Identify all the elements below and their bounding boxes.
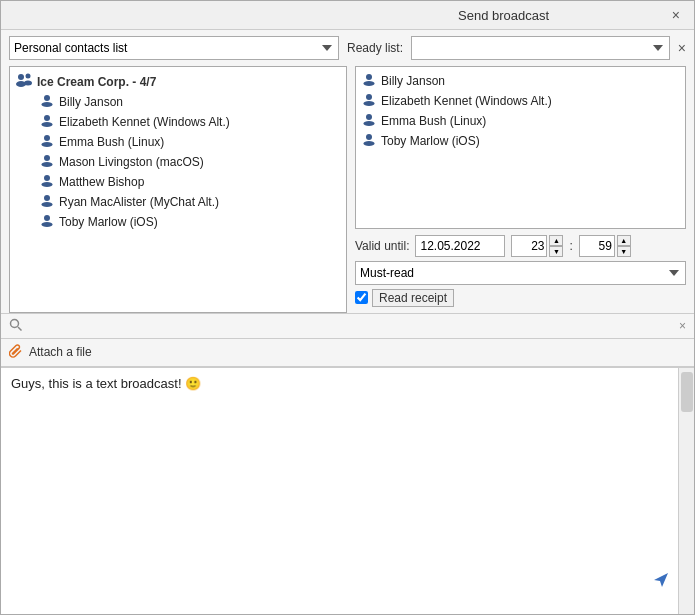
- contacts-dropdown[interactable]: Personal contacts list: [9, 36, 339, 60]
- svg-point-10: [44, 155, 50, 161]
- group-icon: [16, 73, 32, 90]
- user-icon: [40, 114, 54, 130]
- list-item[interactable]: Ryan MacAlister (MyChat Alt.): [10, 192, 346, 212]
- scrollbar[interactable]: [678, 368, 694, 615]
- svg-point-16: [44, 215, 50, 221]
- user-icon: [362, 93, 376, 109]
- user-icon: [40, 194, 54, 210]
- contact-list-panel: Ice Cream Corp. - 4/7 Billy Janson Eliza…: [9, 66, 347, 313]
- valid-until-label: Valid until:: [355, 239, 409, 253]
- message-area: Guys, this is a text broadcast! 🙂: [1, 367, 694, 615]
- minute-down-button[interactable]: ▼: [617, 246, 631, 257]
- user-icon: [40, 94, 54, 110]
- ready-contact-name: Elizabeth Kennet (Windows Alt.): [381, 94, 552, 108]
- send-button[interactable]: [652, 571, 670, 594]
- right-panel: Billy Janson Elizabeth Kennet (Windows A…: [355, 66, 686, 313]
- date-input[interactable]: [415, 235, 505, 257]
- svg-line-27: [18, 327, 22, 331]
- list-item[interactable]: Toby Marlow (iOS): [356, 131, 685, 151]
- svg-point-13: [42, 182, 53, 187]
- svg-point-2: [26, 74, 31, 79]
- svg-point-25: [364, 141, 375, 146]
- list-item[interactable]: Billy Janson: [356, 71, 685, 91]
- title-bar: Send broadcast ×: [1, 1, 694, 30]
- svg-point-18: [366, 74, 372, 80]
- svg-point-23: [364, 121, 375, 126]
- top-bar: Personal contacts list Ready list: ×: [1, 30, 694, 66]
- close-button[interactable]: ×: [668, 7, 684, 23]
- search-icon: [9, 318, 22, 334]
- list-item[interactable]: Emma Bush (Linux): [356, 111, 685, 131]
- group-label: Ice Cream Corp. - 4/7: [37, 75, 156, 89]
- ready-list-panel: Billy Janson Elizabeth Kennet (Windows A…: [355, 66, 686, 229]
- read-receipt-row: Read receipt: [355, 289, 686, 307]
- svg-point-5: [42, 102, 53, 107]
- svg-point-19: [364, 81, 375, 86]
- svg-point-8: [44, 135, 50, 141]
- list-item[interactable]: Ice Cream Corp. - 4/7: [10, 71, 346, 92]
- svg-point-6: [44, 115, 50, 121]
- minute-spinner-buttons: ▲ ▼: [617, 235, 631, 257]
- ready-contact-name: Billy Janson: [381, 74, 445, 88]
- svg-point-22: [366, 114, 372, 120]
- svg-point-20: [366, 94, 372, 100]
- svg-point-11: [42, 162, 53, 167]
- read-receipt-label[interactable]: Read receipt: [372, 289, 454, 307]
- svg-point-0: [18, 74, 24, 80]
- user-icon: [40, 174, 54, 190]
- contact-name: Toby Marlow (iOS): [59, 215, 158, 229]
- svg-point-24: [366, 134, 372, 140]
- svg-point-26: [11, 319, 19, 327]
- svg-point-17: [42, 222, 53, 227]
- attach-label[interactable]: Attach a file: [29, 345, 92, 359]
- ready-list-label: Ready list:: [347, 41, 403, 55]
- svg-point-4: [44, 95, 50, 101]
- controls-panel: Valid until: ▲ ▼ : ▲ ▼: [355, 229, 686, 313]
- ready-list-dropdown[interactable]: [411, 36, 670, 60]
- dialog-title: Send broadcast: [339, 8, 667, 23]
- read-receipt-checkbox[interactable]: [355, 291, 368, 304]
- minute-input[interactable]: [579, 235, 615, 257]
- hour-spinner: ▲ ▼: [511, 235, 563, 257]
- svg-point-15: [42, 202, 53, 207]
- time-colon: :: [569, 239, 572, 253]
- send-broadcast-dialog: Send broadcast × Personal contacts list …: [0, 0, 695, 615]
- search-input[interactable]: [26, 319, 675, 333]
- svg-point-14: [44, 195, 50, 201]
- list-item[interactable]: Elizabeth Kennet (Windows Alt.): [356, 91, 685, 111]
- svg-point-21: [364, 101, 375, 106]
- lists-area: Ice Cream Corp. - 4/7 Billy Janson Eliza…: [1, 66, 694, 313]
- hour-spinner-buttons: ▲ ▼: [549, 235, 563, 257]
- user-icon: [40, 154, 54, 170]
- list-item[interactable]: Billy Janson: [10, 92, 346, 112]
- valid-until-row: Valid until: ▲ ▼ : ▲ ▼: [355, 235, 686, 257]
- user-icon: [40, 134, 54, 150]
- contact-name: Ryan MacAlister (MyChat Alt.): [59, 195, 219, 209]
- message-textarea[interactable]: Guys, this is a text broadcast! 🙂: [1, 368, 678, 615]
- svg-point-7: [42, 122, 53, 127]
- user-icon: [40, 214, 54, 230]
- priority-dropdown[interactable]: Must-read Normal High: [355, 261, 686, 285]
- contact-name: Billy Janson: [59, 95, 123, 109]
- svg-point-3: [24, 81, 32, 86]
- ready-contact-name: Toby Marlow (iOS): [381, 134, 480, 148]
- minute-spinner: ▲ ▼: [579, 235, 631, 257]
- user-icon: [362, 73, 376, 89]
- hour-down-button[interactable]: ▼: [549, 246, 563, 257]
- list-item[interactable]: Emma Bush (Linux): [10, 132, 346, 152]
- ready-contact-name: Emma Bush (Linux): [381, 114, 486, 128]
- search-area: ×: [1, 313, 694, 339]
- list-item[interactable]: Matthew Bishop: [10, 172, 346, 192]
- hour-input[interactable]: [511, 235, 547, 257]
- search-clear-button[interactable]: ×: [679, 319, 686, 333]
- ready-clear-button[interactable]: ×: [678, 40, 686, 56]
- hour-up-button[interactable]: ▲: [549, 235, 563, 246]
- minute-up-button[interactable]: ▲: [617, 235, 631, 246]
- list-item[interactable]: Toby Marlow (iOS): [10, 212, 346, 232]
- user-icon: [362, 133, 376, 149]
- contact-name: Emma Bush (Linux): [59, 135, 164, 149]
- scroll-thumb: [681, 372, 693, 412]
- list-item[interactable]: Mason Livingston (macOS): [10, 152, 346, 172]
- contact-name: Elizabeth Kennet (Windows Alt.): [59, 115, 230, 129]
- list-item[interactable]: Elizabeth Kennet (Windows Alt.): [10, 112, 346, 132]
